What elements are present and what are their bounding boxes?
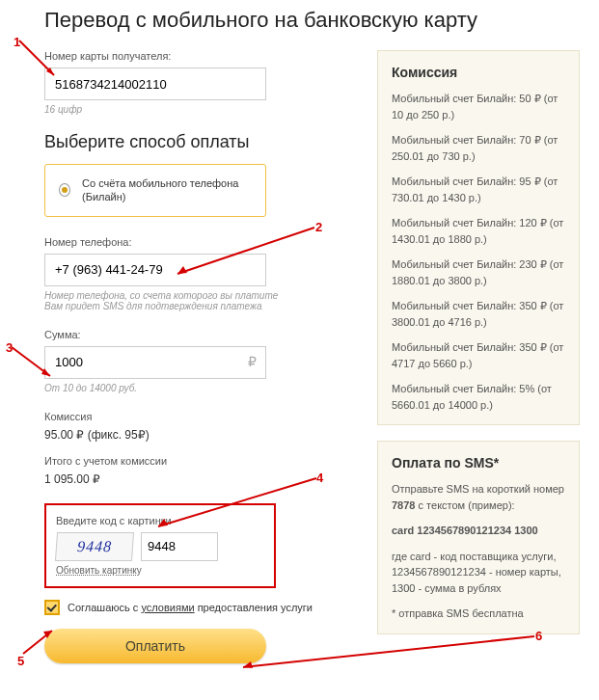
phone-hint1: Номер телефона, со счета которого вы пла… [44,290,358,301]
commission-list: Мобильный счет Билайн: 50 ₽ (от 10 до 25… [392,91,565,413]
amount-hint: От 10 до 14000 руб. [44,383,358,393]
card-label: Номер карты получателя: [44,50,358,62]
fee-value: 95.00 ₽ (фикс. 95₽) [44,428,358,442]
phone-hint2: Вам придет SMS для подтверждения платежа [44,301,358,311]
page-title: Перевод с мобильного на банковскую карту [44,8,580,33]
pay-button[interactable]: Оплатить [44,629,266,663]
commission-tier: Мобильный счет Билайн: 5% (от 5660.01 до… [392,381,565,413]
commission-tier: Мобильный счет Билайн: 120 ₽ (от 1430.01… [392,215,565,247]
currency-icon: ₽ [248,354,257,369]
fee-label: Комиссия [44,411,358,422]
captcha-refresh-link[interactable]: Обновить картинку [56,565,142,576]
commission-tier: Мобильный счет Билайн: 350 ₽ (от 4717 до… [392,339,565,371]
commission-tier: Мобильный счет Билайн: 95 ₽ (от 730.01 д… [392,174,565,205]
total-label: Итого с учетом комиссии [44,455,358,467]
agree-post: предоставления услуги [195,602,313,613]
fee-group: Комиссия 95.00 ₽ (фикс. 95₽) Итого с уче… [44,411,358,486]
amount-group: Сумма: ₽ От 10 до 14000 руб. [44,329,358,393]
payment-option-label: Со счёта мобильного телефона (Билайн) [82,176,252,204]
total-value: 1 095.00 ₽ [44,472,358,486]
commission-panel: Комиссия Мобильный счет Билайн: 50 ₽ (от… [377,50,580,425]
captcha-input[interactable] [141,532,218,561]
captcha-label: Введите код с картинки [56,515,264,526]
payment-heading: Выберите способ оплаты [44,132,358,152]
commission-heading: Комиссия [392,63,565,83]
commission-tier: Мобильный счет Билайн: 70 ₽ (от 250.01 д… [392,132,565,164]
phone-label: Номер телефона: [44,236,358,248]
annotation-1: 1 [14,35,20,49]
captcha-box: Введите код с картинки 9448 Обновить кар… [44,503,276,588]
agree-terms-link[interactable]: условиями [141,602,194,613]
agree-pre: Соглашаюсь с [68,602,141,613]
form-column: Номер карты получателя: 16 цифр Выберите… [44,50,358,663]
captcha-image: 9448 [55,532,134,561]
annotation-3: 3 [6,340,13,355]
commission-tier: Мобильный счет Билайн: 230 ₽ (от 1880.01… [392,256,565,288]
card-group: Номер карты получателя: 16 цифр [44,50,358,115]
sms-heading: Оплата по SMS* [392,453,565,473]
card-hint: 16 цифр [44,104,358,115]
phone-group: Номер телефона: Номер телефона, со счета… [44,236,358,311]
agree-row: Соглашаюсь с условиями предоставления ус… [44,600,358,615]
sms-instruction: Отправьте SMS на короткий номер 7878 с т… [392,481,565,513]
commission-tier: Мобильный счет Билайн: 50 ₽ (от 10 до 25… [392,91,565,122]
card-input[interactable] [44,67,266,100]
agree-checkbox[interactable] [44,600,60,615]
sms-example: card 1234567890121234 1300 [392,523,565,539]
annotation-5: 5 [17,654,24,668]
amount-input[interactable] [44,346,266,379]
radio-selected-icon [59,183,70,197]
agree-text: Соглашаюсь с условиями предоставления ус… [68,602,313,613]
sms-explain: где card - код поставщика услуги, 123456… [392,549,565,597]
amount-label: Сумма: [44,329,358,340]
side-column: Комиссия Мобильный счет Билайн: 50 ₽ (от… [377,50,580,663]
sms-panel: Оплата по SMS* Отправьте SMS на короткий… [377,441,580,634]
commission-tier: Мобильный счет Билайн: 350 ₽ (от 3800.01… [392,298,565,330]
sms-note: * отправка SMS бесплатна [392,606,565,622]
payment-option-beeline[interactable]: Со счёта мобильного телефона (Билайн) [44,164,266,217]
phone-input[interactable] [44,254,266,286]
